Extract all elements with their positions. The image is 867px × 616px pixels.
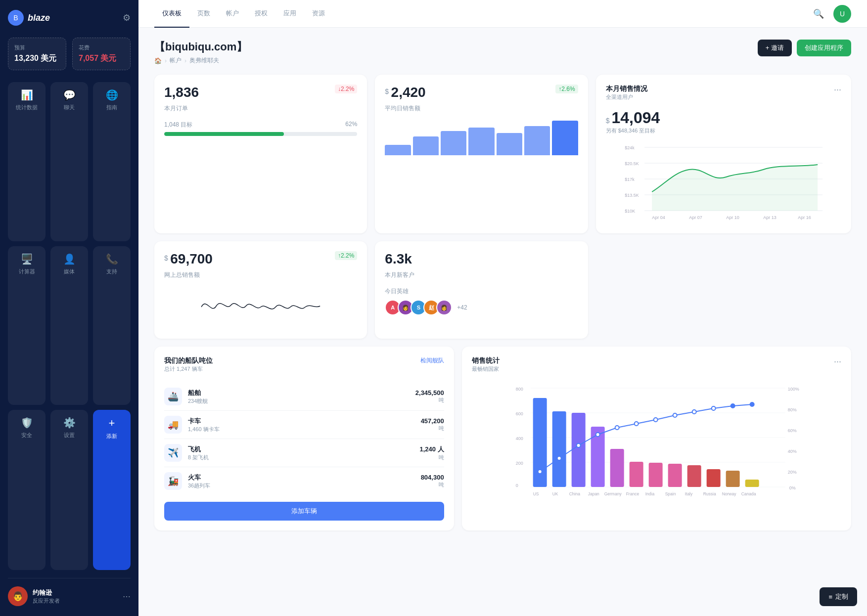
fleet-value-ship: 2,345,500 吨	[415, 389, 444, 404]
x-label-china: China	[569, 491, 580, 496]
svg-text:Apr 04: Apr 04	[652, 215, 665, 220]
sales-card-header: 本月销售情况 全渠道用户 ···	[606, 85, 841, 107]
fleet-unit-train: 吨	[421, 481, 444, 488]
svg-text:400: 400	[515, 436, 523, 441]
sales-card-sub: 全渠道用户	[606, 93, 647, 101]
fleet-name-truck: 卡车	[188, 417, 415, 426]
bar-norway	[726, 471, 739, 487]
svg-text:Apr 13: Apr 13	[763, 215, 776, 220]
svg-text:20%: 20%	[787, 470, 796, 475]
online-sales-card: $ 69,700 ↑2.2% 网上总销售额	[154, 241, 367, 339]
sidebar-item-guide[interactable]: 🌐 指南	[93, 82, 131, 241]
bar-india	[648, 463, 662, 487]
x-label-japan: Japan	[588, 491, 599, 496]
hero-avatars: A 👩 S 赵 👩 +42	[385, 300, 578, 315]
wavy-chart	[164, 287, 357, 327]
nav-label: 计算器	[19, 268, 35, 275]
fleet-header: 我们的船队吨位 总计 1,247 辆车 检阅舰队	[164, 356, 444, 381]
fleet-sub-ship: 234艘舰	[188, 397, 410, 405]
svg-text:100%: 100%	[787, 387, 799, 392]
tab-apps[interactable]: 应用	[275, 0, 304, 28]
sidebar-item-add[interactable]: + 添新	[93, 410, 131, 570]
user-avatar-nav[interactable]: U	[833, 5, 851, 23]
fleet-value-truck: 457,200 吨	[421, 417, 444, 432]
tab-resources[interactable]: 资源	[304, 0, 333, 28]
x-label-norway: Norway	[722, 491, 736, 496]
sales-bar-chart: 800 600 400 200 0 100% 80% 60% 40% 20% 0…	[472, 381, 841, 509]
fleet-value-plane: 1,240 人 吨	[419, 445, 444, 461]
orders-badge: ↓2.2%	[335, 85, 357, 93]
fleet-info-train: 火车 36趟列车	[188, 473, 415, 489]
guide-icon: 🌐	[106, 89, 118, 101]
fleet-link[interactable]: 检阅舰队	[420, 356, 444, 365]
new-customers-value: 6.3k	[385, 251, 412, 267]
sidebar-item-security[interactable]: 🛡️ 安全	[8, 410, 46, 570]
invite-button[interactable]: + 邀请	[758, 40, 792, 56]
fleet-unit-plane: 吨	[419, 454, 444, 461]
dot-spain	[673, 413, 677, 417]
sidebar: B blaze ⚙ 预算 13,230 美元 花费 7,057 美元 📊 统计数…	[0, 0, 138, 616]
bar-3	[441, 131, 466, 155]
tab-auth[interactable]: 授权	[247, 0, 275, 28]
logo: B blaze	[8, 10, 50, 26]
progress-label: 1,048 目标 62%	[164, 121, 357, 129]
dot-india	[653, 418, 657, 422]
user-menu-icon[interactable]: ⋯	[123, 592, 131, 601]
top-nav-actions: 🔍 U	[810, 5, 851, 23]
nav-label: 统计数据	[16, 104, 38, 111]
svg-text:$24k: $24k	[625, 145, 635, 150]
customize-button[interactable]: ≡ 定制	[820, 587, 857, 606]
monthly-sales-card: 本月销售情况 全渠道用户 ··· $ 14,094 另有 $48,346 至目标	[596, 75, 851, 233]
dot-russia	[711, 406, 715, 410]
dollar-sign-2: $	[164, 254, 168, 262]
sidebar-item-chat[interactable]: 💬 聊天	[50, 82, 88, 241]
svg-text:$10K: $10K	[625, 209, 635, 214]
sidebar-item-stats[interactable]: 📊 统计数据	[8, 82, 46, 241]
bar-germany	[610, 449, 624, 487]
x-label-russia: Russia	[703, 491, 716, 496]
logo-icon: B	[8, 10, 24, 26]
tab-accounts[interactable]: 帐户	[218, 0, 247, 28]
user-role: 反应开发者	[33, 597, 118, 605]
new-customers-label: 本月新客户	[385, 271, 578, 279]
dot-japan	[595, 433, 599, 437]
content-area: 【biqubiqu.com】 🏠 › 帐户 › 奥弗维耶夫 + 邀请 创建应用程…	[138, 28, 867, 616]
truck-icon: 🚚	[164, 416, 182, 434]
settings-icon[interactable]: ⚙	[123, 12, 131, 23]
sidebar-item-support[interactable]: 📞 支持	[93, 246, 131, 405]
bar-4	[468, 128, 494, 155]
fleet-num-plane: 1,240 人	[419, 445, 444, 454]
fleet-num-truck: 457,200	[421, 417, 444, 425]
bar-russia	[706, 469, 720, 487]
tab-pages[interactable]: 页数	[189, 0, 218, 28]
bar-5	[497, 133, 522, 156]
more-button[interactable]: ···	[834, 85, 841, 95]
dot-canada	[750, 402, 754, 406]
sidebar-item-settings[interactable]: ⚙️ 设置	[50, 410, 88, 570]
progress-section: 1,048 目标 62%	[164, 121, 357, 136]
nav-label: 支持	[106, 268, 117, 275]
nav-label: 指南	[106, 104, 117, 111]
nav-label: 添新	[106, 433, 117, 440]
expense-card: 花费 7,057 美元	[72, 38, 131, 70]
fleet-item-ship: 🚢 船舶 234艘舰 2,345,500 吨	[164, 383, 444, 411]
sales-stats-more[interactable]: ···	[834, 356, 841, 379]
add-vehicle-button[interactable]: 添加车辆	[164, 502, 444, 521]
sales-line-chart: $24k $20.5K $17k $13.5K $10K Apr 04 Apr …	[606, 142, 841, 221]
svg-text:Apr 16: Apr 16	[798, 215, 811, 220]
create-app-button[interactable]: 创建应用程序	[797, 40, 851, 56]
page-title: 【biqubiqu.com】	[154, 40, 247, 54]
media-icon: 👤	[63, 253, 76, 265]
orders-label: 本月订单	[164, 104, 357, 113]
fleet-info-ship: 船舶 234艘舰	[188, 389, 410, 405]
fleet-info-plane: 飞机 8 架飞机	[188, 445, 413, 461]
bar-canada	[745, 480, 759, 487]
tab-dashboard[interactable]: 仪表板	[154, 0, 189, 28]
search-button[interactable]: 🔍	[810, 5, 827, 23]
fleet-sub: 总计 1,247 辆车	[164, 365, 213, 373]
top-nav: 仪表板 页数 帐户 授权 应用 资源 🔍 U	[138, 0, 867, 28]
svg-text:60%: 60%	[787, 428, 796, 433]
sidebar-item-media[interactable]: 👤 媒体	[50, 246, 88, 405]
sidebar-item-calc[interactable]: 🖥️ 计算器	[8, 246, 46, 405]
fleet-sub-truck: 1,460 辆卡车	[188, 426, 415, 433]
